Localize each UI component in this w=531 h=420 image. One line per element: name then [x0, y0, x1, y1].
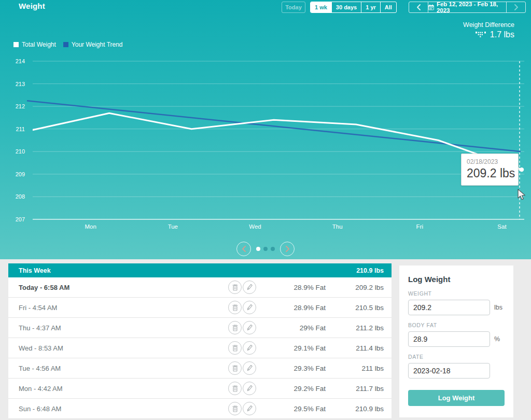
tooltip-value: 209.2 lbs — [467, 166, 518, 180]
edit-entry-button[interactable] — [243, 321, 256, 334]
row-weight: 209.2 lbs — [326, 284, 384, 291]
row-weight: 211.4 lbs — [326, 344, 384, 352]
table-row: Tue - 4:56 AM29.3% Fat211 lbs — [8, 358, 392, 379]
row-actions — [228, 301, 257, 314]
row-body-fat: 28.9% Fat — [257, 284, 326, 291]
edit-entry-button[interactable] — [243, 402, 256, 415]
row-day-time: Sun - 6:48 AM — [19, 405, 228, 413]
row-actions — [228, 361, 257, 375]
hovered-point-marker — [520, 167, 524, 172]
edit-entry-button[interactable] — [243, 341, 256, 355]
y-axis-tick: 212 — [16, 103, 25, 109]
delete-icon — [232, 304, 239, 311]
date-input[interactable] — [408, 363, 490, 379]
y-axis-tick: 214 — [16, 58, 25, 64]
carousel-dot-2[interactable] — [271, 247, 275, 251]
edit-entry-button[interactable] — [243, 382, 256, 395]
delete-entry-button[interactable] — [228, 402, 242, 415]
tooltip-date: 02/18/2023 — [467, 158, 518, 165]
row-day-time: Mon - 4:42 AM — [19, 385, 228, 393]
delete-entry-button[interactable] — [228, 361, 242, 375]
table-row: Wed - 8:53 AM29.1% Fat211.4 lbs — [8, 338, 392, 358]
y-axis-tick: 207 — [16, 216, 25, 222]
carousel-dots — [256, 247, 275, 251]
row-actions — [228, 402, 257, 415]
delete-entry-button[interactable] — [228, 341, 242, 355]
chevron-right-icon — [285, 245, 290, 253]
carousel-next-button[interactable] — [280, 242, 295, 256]
delete-icon — [232, 324, 239, 331]
chevron-left-icon — [242, 245, 246, 253]
row-body-fat: 29.3% Fat — [257, 365, 326, 372]
delete-entry-button[interactable] — [228, 382, 242, 395]
carousel-dot-0[interactable] — [256, 247, 260, 251]
body-fat-field-label: BODY FAT — [408, 322, 505, 328]
row-actions — [228, 281, 257, 294]
y-axis-tick: 209 — [16, 171, 25, 177]
body-fat-input[interactable] — [408, 331, 490, 347]
delete-entry-button[interactable] — [228, 281, 242, 294]
weight-field-label: WEIGHT — [408, 290, 505, 297]
table-header-total: 210.9 lbs — [356, 267, 384, 274]
row-weight: 211.2 lbs — [326, 324, 384, 332]
table-row: Mon - 4:42 AM29.2% Fat211.7 lbs — [8, 379, 392, 399]
edit-icon — [246, 284, 253, 291]
x-axis-label: Fri — [416, 223, 423, 230]
table-header-title: This Week — [19, 267, 51, 274]
row-day-time: Wed - 8:53 AM — [19, 344, 228, 352]
log-weight-button[interactable]: Log Weight — [408, 390, 505, 406]
edit-icon — [246, 344, 253, 352]
row-day-time: Fri - 4:54 AM — [19, 304, 228, 312]
total-weight-line — [27, 113, 521, 170]
row-weight: 210.9 lbs — [326, 405, 384, 413]
delete-entry-button[interactable] — [228, 301, 242, 314]
y-axis-tick: 210 — [16, 148, 25, 155]
row-weight: 211.7 lbs — [326, 385, 384, 393]
table-row: Sun - 6:48 AM29.5% Fat210.9 lbs — [8, 399, 392, 419]
weekly-log-table: This Week 210.9 lbs Today - 6:58 AM28.9%… — [8, 263, 392, 419]
row-actions — [228, 321, 257, 334]
log-weight-title: Log Weight — [408, 275, 505, 284]
y-axis-tick: 211 — [16, 126, 25, 132]
row-day-time: Tue - 4:56 AM — [19, 365, 228, 372]
table-row: Today - 6:58 AM28.9% Fat209.2 lbs — [8, 277, 392, 298]
row-weight: 211 lbs — [326, 365, 384, 372]
edit-entry-button[interactable] — [243, 281, 256, 294]
edit-icon — [246, 405, 253, 412]
y-axis-tick: 213 — [16, 81, 25, 87]
row-body-fat: 28.9% Fat — [257, 304, 326, 312]
edit-icon — [246, 365, 253, 372]
body-fat-unit-label: % — [494, 335, 500, 343]
mouse-cursor-icon — [518, 189, 526, 201]
weight-chart-panel: Weight Today 1 wk30 days1 yrAll Feb 12, … — [0, 0, 531, 259]
x-axis-label: Mon — [85, 223, 96, 230]
weight-input[interactable] — [408, 300, 490, 315]
x-axis-label: Tue — [168, 223, 178, 230]
weight-line-chart[interactable]: 214213212211210209208207MonTueWedThuFriS… — [0, 0, 531, 259]
chart-tooltip: 02/18/2023 209.2 lbs — [461, 153, 519, 186]
edit-entry-button[interactable] — [243, 301, 256, 314]
delete-icon — [232, 284, 239, 291]
edit-icon — [246, 385, 253, 392]
table-header: This Week 210.9 lbs — [8, 263, 392, 277]
table-row: Fri - 4:54 AM28.9% Fat210.5 lbs — [8, 298, 392, 318]
row-actions — [228, 341, 257, 355]
row-body-fat: 29.5% Fat — [257, 405, 326, 413]
row-day-time: Thu - 4:37 AM — [19, 324, 228, 332]
delete-icon — [232, 344, 239, 352]
y-axis-tick: 208 — [16, 193, 25, 200]
edit-entry-button[interactable] — [243, 361, 256, 375]
table-rows: Today - 6:58 AM28.9% Fat209.2 lbsFri - 4… — [8, 277, 392, 419]
row-body-fat: 29.1% Fat — [257, 344, 326, 352]
delete-icon — [232, 365, 239, 372]
x-axis-label: Wed — [249, 223, 261, 230]
date-field-label: DATE — [408, 354, 505, 360]
carousel-dot-1[interactable] — [263, 247, 268, 251]
delete-icon — [232, 405, 239, 412]
delete-entry-button[interactable] — [228, 321, 242, 334]
row-body-fat: 29.2% Fat — [257, 385, 326, 393]
table-row: Thu - 4:37 AM29% Fat211.2 lbs — [8, 318, 392, 338]
weight-unit-label: lbs — [494, 304, 502, 311]
carousel-prev-button[interactable] — [236, 242, 251, 256]
delete-icon — [232, 385, 239, 392]
